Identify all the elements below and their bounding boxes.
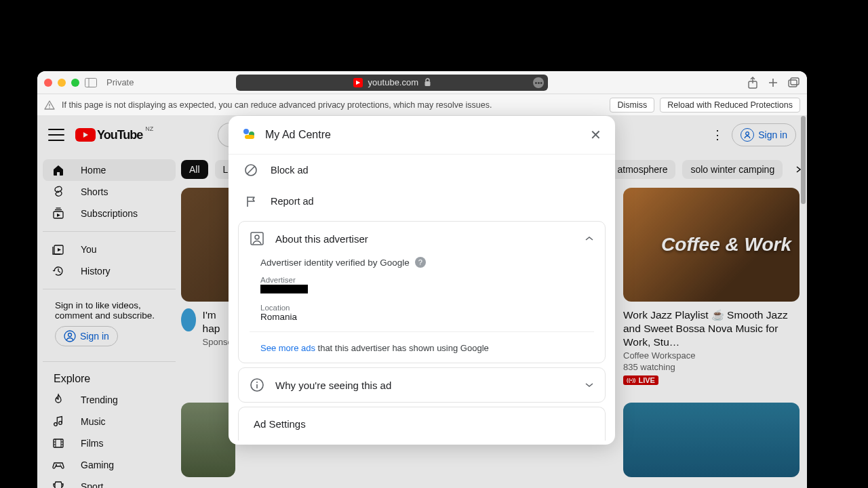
- verified-row: Advertiser identity verified by Google ?: [239, 256, 605, 273]
- field-label: Advertiser: [260, 276, 583, 284]
- block-ad-label: Block ad: [271, 165, 309, 176]
- svg-point-7: [49, 107, 50, 108]
- minimize-window-button[interactable]: [58, 79, 66, 87]
- location-value: Romania: [260, 312, 583, 322]
- svg-rect-4: [791, 78, 799, 85]
- zoom-window-button[interactable]: [71, 79, 79, 87]
- private-label: Private: [106, 77, 134, 87]
- ad-settings-heading[interactable]: Ad Settings: [239, 407, 605, 441]
- dismiss-button[interactable]: Dismiss: [610, 98, 654, 113]
- why-seeing-panel: Why you're seeing this ad: [238, 367, 606, 403]
- browser-window: Private ▶ youtube.com ••• If this pag: [37, 71, 807, 488]
- warning-icon: [44, 100, 55, 110]
- advertiser-field: Advertiser: [239, 273, 605, 301]
- youtube-app: YouTube NZ Search ⋮ Sign in: [37, 116, 807, 488]
- share-icon[interactable]: [747, 77, 758, 89]
- close-button[interactable]: ✕: [590, 127, 601, 143]
- reload-reduced-button[interactable]: Reload with Reduced Protections: [660, 98, 800, 113]
- block-icon: [243, 163, 258, 178]
- about-advertiser-panel: About this advertiser Advertiser identit…: [238, 221, 606, 363]
- person-square-icon: [250, 231, 264, 246]
- svg-point-31: [255, 235, 259, 239]
- report-ad-row[interactable]: Report ad: [229, 186, 615, 217]
- report-ad-label: Report ad: [271, 196, 314, 207]
- ad-settings-panel: Ad Settings: [238, 407, 606, 441]
- sidebar-toggle-icon[interactable]: [85, 78, 97, 87]
- help-icon[interactable]: ?: [415, 257, 426, 268]
- chevron-down-icon: [585, 382, 594, 388]
- modal-header: My Ad Centre ✕: [229, 116, 615, 155]
- url-host: youtube.com: [368, 77, 418, 87]
- about-advertiser-heading: About this advertiser: [275, 233, 368, 245]
- titlebar-right: [747, 77, 800, 89]
- svg-rect-2: [425, 81, 431, 86]
- svg-rect-0: [85, 78, 97, 87]
- lock-icon: [424, 78, 431, 87]
- flag-icon: [243, 194, 258, 209]
- site-favicon: ▶: [353, 78, 363, 87]
- field-label: Location: [260, 304, 583, 312]
- warning-text: If this page is not displaying as expect…: [62, 100, 492, 110]
- see-more-row: See more ads that this advertiser has sh…: [239, 336, 605, 363]
- ad-centre-logo-icon: [242, 127, 257, 142]
- svg-rect-5: [789, 80, 797, 87]
- advertiser-name-redacted: [260, 285, 308, 293]
- svg-point-33: [256, 382, 258, 383]
- block-ad-row[interactable]: Block ad: [229, 155, 615, 186]
- traffic-lights: [44, 79, 79, 87]
- modal-title: My Ad Centre: [265, 129, 331, 141]
- new-tab-icon[interactable]: [768, 77, 778, 89]
- titlebar: Private ▶ youtube.com •••: [37, 71, 807, 94]
- close-window-button[interactable]: [44, 79, 52, 87]
- tabs-icon[interactable]: [788, 77, 800, 89]
- address-bar[interactable]: ▶ youtube.com •••: [236, 75, 548, 91]
- why-seeing-toggle[interactable]: Why you're seeing this ad: [239, 368, 605, 402]
- chevron-up-icon: [585, 235, 594, 242]
- see-more-ads-link[interactable]: See more ads: [260, 343, 315, 353]
- verified-text: Advertiser identity verified by Google: [260, 258, 410, 268]
- ad-centre-modal: My Ad Centre ✕ Block ad Report ad About …: [229, 116, 615, 445]
- svg-rect-30: [251, 232, 263, 245]
- svg-line-29: [248, 167, 255, 174]
- about-advertiser-toggle[interactable]: About this advertiser: [239, 222, 605, 256]
- info-icon: [250, 378, 264, 392]
- see-more-rest: that this advertiser has shown using Goo…: [315, 343, 489, 353]
- why-seeing-heading: Why you're seeing this ad: [275, 380, 391, 391]
- page-settings-icon[interactable]: •••: [533, 77, 544, 88]
- location-field: Location Romania: [239, 301, 605, 327]
- privacy-warning-bar: If this page is not displaying as expect…: [37, 94, 807, 116]
